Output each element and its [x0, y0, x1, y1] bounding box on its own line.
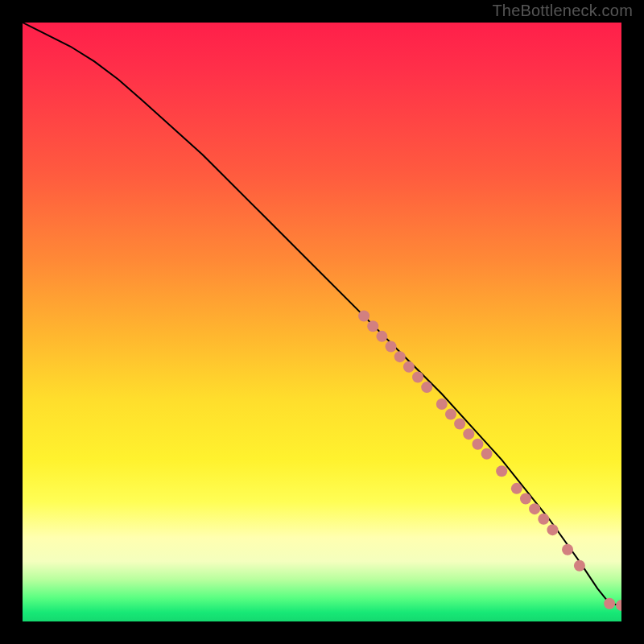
svg-point-7: [421, 382, 432, 393]
svg-point-4: [394, 351, 406, 362]
plot-area: [23, 23, 621, 621]
svg-point-16: [520, 493, 531, 504]
watermark-text: TheBottleneck.com: [492, 2, 633, 20]
svg-point-17: [529, 503, 540, 514]
svg-point-3: [386, 341, 397, 353]
svg-point-5: [403, 361, 415, 373]
svg-point-6: [412, 371, 423, 382]
svg-point-8: [436, 398, 448, 410]
svg-point-20: [562, 544, 573, 555]
svg-point-10: [454, 418, 465, 429]
svg-point-9: [445, 409, 456, 420]
svg-point-19: [547, 524, 558, 535]
svg-point-0: [358, 311, 369, 322]
svg-point-12: [472, 439, 483, 450]
svg-point-18: [538, 514, 549, 525]
curve-line: [23, 23, 621, 605]
svg-point-2: [376, 331, 387, 342]
chart-svg: [23, 23, 621, 621]
svg-point-21: [574, 560, 585, 572]
svg-point-13: [481, 448, 493, 460]
svg-point-11: [463, 428, 474, 440]
chart-frame: TheBottleneck.com: [0, 0, 644, 644]
svg-point-23: [616, 600, 621, 611]
svg-point-15: [511, 483, 522, 494]
svg-point-1: [367, 320, 378, 332]
curve-markers: [358, 311, 621, 611]
svg-point-14: [496, 465, 507, 477]
svg-point-22: [604, 598, 615, 609]
